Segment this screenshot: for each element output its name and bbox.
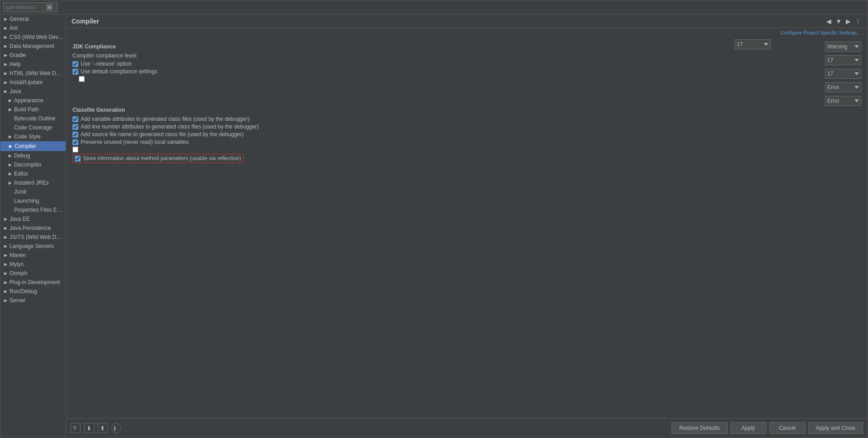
right-panel: Compiler ◀ ▼ ▶ ⋮ Configure Project Speci… bbox=[66, 14, 868, 438]
sidebar-item-maven[interactable]: ▶Maven bbox=[0, 251, 66, 260]
use-release-label[interactable]: Use '--release' option bbox=[81, 61, 132, 67]
help-icon-button[interactable]: ? bbox=[71, 423, 81, 433]
compliance-row-area: Compiler compliance level: Use '--releas… bbox=[72, 52, 861, 108]
classfile-section-title: Classfile Generation bbox=[72, 107, 861, 113]
nav-back-button[interactable]: ◀ bbox=[825, 17, 833, 26]
sidebar-label-data-mgmt: Data Management bbox=[10, 43, 54, 49]
sidebar-label-gradle: Gradle bbox=[10, 52, 26, 58]
sidebar-item-run-debug[interactable]: ▶Run/Debug bbox=[0, 287, 66, 296]
sidebar-item-installed-jres[interactable]: ▶Installed JREs bbox=[0, 178, 66, 187]
sidebar-arrow-maven: ▶ bbox=[4, 253, 9, 257]
sidebar-item-general[interactable]: ▶General bbox=[0, 14, 66, 24]
error-dropdown-2[interactable]: Error Warning Ignore bbox=[825, 96, 861, 106]
use-default-row: Use default compliance settings bbox=[72, 68, 766, 75]
apply-and-close-button[interactable]: Apply and Close bbox=[808, 422, 863, 434]
use-default-label[interactable]: Use default compliance settings bbox=[81, 68, 157, 75]
sidebar-label-java-ee: Java EE bbox=[10, 216, 30, 222]
classfile-label-add-source-file[interactable]: Add source file name to generated class … bbox=[81, 131, 244, 138]
sidebar-item-appearance[interactable]: ▶Appearance bbox=[0, 96, 66, 105]
sidebar-item-compiler[interactable]: ▶Compiler bbox=[0, 141, 66, 151]
import-button[interactable]: ⬇ bbox=[84, 423, 94, 433]
sidebar-item-editor[interactable]: ▶Editor bbox=[0, 169, 66, 178]
classfile-label-add-line-number[interactable]: Add line number attributes to generated … bbox=[81, 124, 259, 130]
sidebar-arrow-css: ▶ bbox=[4, 35, 9, 39]
version-17-dropdown-2[interactable]: 17 11 1.8 bbox=[825, 69, 861, 79]
sidebar-item-install-update[interactable]: ▶Install/Update bbox=[0, 78, 66, 87]
sidebar-item-oomph[interactable]: ▶Oomph bbox=[0, 269, 66, 278]
sidebar-label-run-debug: Run/Debug bbox=[10, 288, 37, 295]
sidebar-arrow-js-ts: ▶ bbox=[4, 235, 9, 239]
sidebar-label-mylyn: Mylyn bbox=[10, 261, 24, 267]
sidebar-item-java-ee[interactable]: ▶Java EE bbox=[0, 214, 66, 224]
jdk-compliance-section: JDK Compliance Compiler compliance level… bbox=[72, 43, 861, 44]
compliance-level-dropdown[interactable]: 17 11 1.8 bbox=[734, 39, 771, 49]
search-input[interactable] bbox=[5, 5, 46, 10]
sidebar-label-junit: JUnit bbox=[14, 189, 26, 195]
error-dropdown-1[interactable]: Error Warning Ignore bbox=[825, 82, 861, 92]
classfile-checkbox-empty[interactable] bbox=[72, 147, 78, 152]
search-box[interactable]: ✕ bbox=[3, 2, 58, 12]
sidebar-item-help[interactable]: ▶Help bbox=[0, 60, 66, 69]
sidebar-item-build-path[interactable]: ▶Build Path bbox=[0, 105, 66, 114]
cancel-button[interactable]: Cancel bbox=[769, 422, 806, 434]
sub-checkbox[interactable] bbox=[79, 76, 85, 82]
sidebar-item-code-style[interactable]: ▶Code Style bbox=[0, 132, 66, 141]
version-17-dropdown-1[interactable]: 17 11 1.8 bbox=[825, 55, 861, 65]
classfile-checkbox-preserve-unused[interactable] bbox=[72, 139, 78, 145]
sidebar-label-editor: Editor bbox=[14, 171, 28, 177]
configure-project-link[interactable]: Configure Project Specific Settings... bbox=[780, 30, 863, 35]
classfile-label-store-method-params[interactable]: Store information about method parameter… bbox=[83, 155, 241, 162]
sidebar-item-js-ts[interactable]: ▶JS/TS (Wild Web Devel... bbox=[0, 233, 66, 242]
sidebar-arrow-appearance: ▶ bbox=[9, 98, 13, 103]
sidebar-arrow-gradle: ▶ bbox=[4, 53, 9, 57]
restore-defaults-button[interactable]: Restore Defaults bbox=[671, 422, 727, 434]
sidebar-item-data-mgmt[interactable]: ▶Data Management bbox=[0, 42, 66, 51]
sidebar-item-html[interactable]: ▶HTML (Wild Web Devel... bbox=[0, 69, 66, 78]
classfile-checkbox-add-source-file[interactable] bbox=[72, 132, 78, 138]
sidebar-item-plugin-dev[interactable]: ▶Plug-in Development bbox=[0, 278, 66, 287]
sidebar-item-debug[interactable]: ▶Debug bbox=[0, 151, 66, 160]
compliance-left: Compiler compliance level: Use '--releas… bbox=[72, 52, 771, 108]
classfile-label-add-variable[interactable]: Add variable attributes to generated cla… bbox=[81, 116, 249, 122]
sidebar-item-bytecode-outline[interactable]: Bytecode Outline bbox=[0, 114, 66, 123]
sidebar-arrow-language-servers: ▶ bbox=[4, 244, 9, 248]
warning-dropdown[interactable]: Warning Error Ignore bbox=[825, 42, 861, 52]
sidebar-item-junit[interactable]: JUnit bbox=[0, 187, 66, 196]
export-button[interactable]: ⬆ bbox=[98, 423, 108, 433]
use-default-checkbox[interactable] bbox=[72, 69, 78, 75]
nav-forward-button[interactable]: ▶ bbox=[844, 17, 853, 26]
sidebar-item-prop-files-editor[interactable]: Properties Files Edito... bbox=[0, 205, 66, 214]
sidebar-item-server[interactable]: ▶Server bbox=[0, 296, 66, 305]
classfile-checkbox-store-method-params[interactable] bbox=[75, 156, 81, 162]
nav-down-button[interactable]: ▼ bbox=[834, 17, 844, 26]
main-content: ▶General▶Ant▶CSS (Wild Web Develop▶Data … bbox=[0, 14, 868, 438]
sidebar: ▶General▶Ant▶CSS (Wild Web Develop▶Data … bbox=[0, 14, 66, 438]
classfile-checkbox-add-variable[interactable] bbox=[72, 116, 78, 122]
compliance-level-row: Compiler compliance level: bbox=[72, 52, 766, 59]
sidebar-item-java-persistence[interactable]: ▶Java Persistence bbox=[0, 224, 66, 233]
classfile-label-preserve-unused[interactable]: Preserve unused (never read) local varia… bbox=[81, 139, 189, 145]
sidebar-label-ant: Ant bbox=[10, 25, 18, 31]
apply-button[interactable]: Apply bbox=[730, 422, 767, 434]
version-17-dropdown-row-2: 17 11 1.8 bbox=[825, 69, 861, 79]
classfile-checkbox-add-line-number[interactable] bbox=[72, 124, 78, 130]
sidebar-label-launching: Launching bbox=[14, 198, 39, 204]
clear-search-button[interactable]: ✕ bbox=[46, 4, 53, 10]
sidebar-item-mylyn[interactable]: ▶Mylyn bbox=[0, 260, 66, 269]
sidebar-item-code-coverage[interactable]: Code Coverage bbox=[0, 123, 66, 132]
nav-menu-button[interactable]: ⋮ bbox=[853, 17, 863, 26]
sidebar-item-css[interactable]: ▶CSS (Wild Web Develop bbox=[0, 33, 66, 42]
sidebar-label-prop-files-editor: Properties Files Edito... bbox=[14, 207, 64, 213]
use-release-checkbox[interactable] bbox=[72, 61, 78, 67]
sidebar-item-ant[interactable]: ▶Ant bbox=[0, 24, 66, 33]
classfile-item-store-method-params: Store information about method parameter… bbox=[72, 154, 244, 163]
sidebar-item-gradle[interactable]: ▶Gradle bbox=[0, 51, 66, 60]
sidebar-item-java[interactable]: ▶Java bbox=[0, 87, 66, 96]
info-button[interactable]: ℹ bbox=[111, 423, 121, 433]
sidebar-label-server: Server bbox=[10, 297, 25, 304]
sidebar-item-launching[interactable]: Launching bbox=[0, 196, 66, 205]
sidebar-label-html: HTML (Wild Web Devel... bbox=[10, 70, 64, 76]
panel-body: JDK Compliance Compiler compliance level… bbox=[66, 35, 868, 418]
sidebar-item-decompiler[interactable]: ▶Decompiler bbox=[0, 160, 66, 169]
sidebar-item-language-servers[interactable]: ▶Language Servers bbox=[0, 242, 66, 251]
